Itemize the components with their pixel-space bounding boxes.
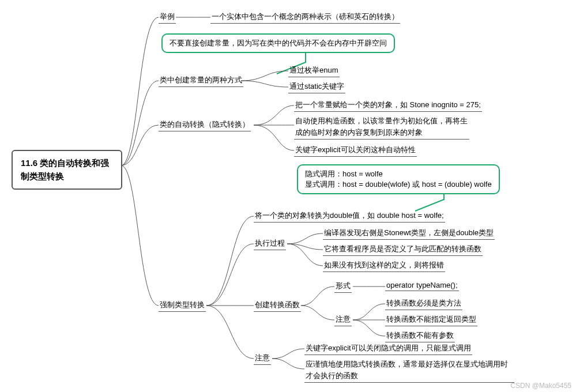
leaf-must-method: 转换函数必须是类方法 (385, 298, 462, 310)
branch-example[interactable]: 举例 (159, 12, 176, 24)
leaf-no-params: 转换函数不能有参数 (385, 330, 455, 342)
leaf-example-desc: 一个实体中包含一个概念的两种表示（磅和英石的转换） (210, 12, 400, 24)
leaf-caution-implicit: 应谨慎地使用隐式转换函数，通常最好选择仅在显式地调用时才会执行的函数 (304, 359, 514, 383)
leaf-explicit-only: 关键字explicit可以关闭隐式的调用，只能显式调用 (304, 343, 472, 355)
branch-exec-process[interactable]: 执行过程 (254, 238, 286, 250)
branch-form[interactable]: 形式 (334, 281, 352, 293)
root-node[interactable]: 11.6 类的自动转换和强制类型转换 (12, 150, 122, 190)
callout-invoke-forms: 隐式调用：host = wolfe 显式调用：host = double(wlo… (297, 164, 500, 194)
mindmap-canvas: 11.6 类的自动转换和强制类型转换 举例 一个实体中包含一个概念的两种表示（磅… (0, 0, 576, 392)
leaf-exec2: 它将查看程序员是否定义了与此匹配的转换函数 (323, 244, 483, 256)
leaf-operator-typename: operator typeName(); (385, 281, 459, 291)
branch-createfn-notice[interactable]: 注意 (334, 314, 352, 326)
branch-const-two-ways[interactable]: 类中创建常量的两种方式 (159, 75, 243, 87)
branch-force-notice[interactable]: 注意 (254, 353, 271, 365)
leaf-static: 通过static关键字 (288, 81, 345, 93)
leaf-enum: 通过枚举enum (288, 65, 340, 77)
leaf-to-double: 将一个类的对象转换为double值，如 double host = wolfe; (254, 210, 445, 223)
leaf-auto-constructor: 自动使用构造函数，以该常量作为初始化值，再将生成的临时对象的内容复制到原来的对象 (294, 115, 469, 140)
leaf-explicit-off: 关键字explicit可以关闭这种自动特性 (294, 145, 417, 157)
branch-auto-conversion[interactable]: 类的自动转换（隐式转换） (159, 119, 251, 131)
branch-create-fn[interactable]: 创建转换函数 (254, 300, 301, 312)
branch-force-conversion[interactable]: 强制类型转换 (159, 300, 206, 312)
watermark: CSDN @Mako5455 (510, 382, 571, 390)
callout-no-direct-const: 不要直接创建常量，因为写在类中的代码并不会在内存中开辟空间 (161, 33, 395, 53)
leaf-exec1: 编译器发现右侧是Stonewt类型，左侧是double类型 (323, 228, 495, 240)
leaf-assign-const: 把一个常量赋给一个类的对象，如 Stone inognito = 275; (294, 100, 482, 112)
connector-lines (0, 0, 576, 392)
leaf-exec3: 如果没有找到这样的定义，则将报错 (323, 260, 445, 272)
callout2-line2: 显式调用：host = double(wlofe) 或 host = (doub… (305, 179, 492, 190)
leaf-no-return-type: 转换函数不能指定返回类型 (385, 314, 477, 326)
callout2-line1: 隐式调用：host = wolfe (305, 169, 492, 179)
